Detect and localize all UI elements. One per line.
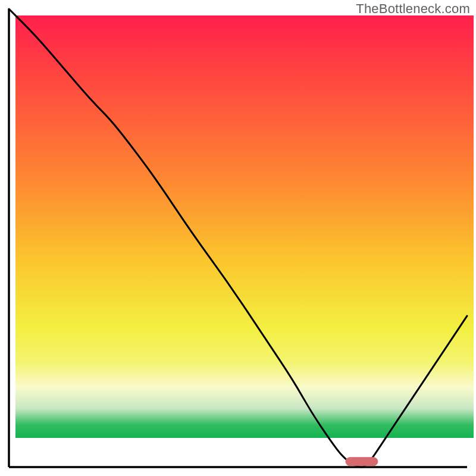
optimal-region-marker (346, 458, 378, 466)
watermark-label: TheBottleneck.com (356, 1, 470, 17)
marker-layer (0, 0, 476, 476)
chart-container: TheBottleneck.com (0, 0, 476, 476)
